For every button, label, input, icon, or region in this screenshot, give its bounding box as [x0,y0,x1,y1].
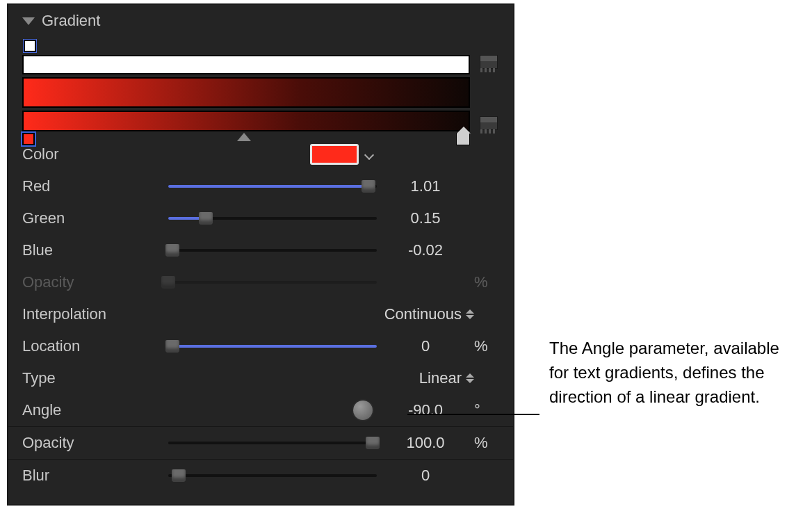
disclosure-triangle-icon[interactable] [22,17,35,25]
param-red: Red 1.01 [22,170,499,202]
label-interpolation: Interpolation [22,305,168,323]
chevron-down-icon[interactable] [364,150,374,159]
value-type[interactable]: Linear [419,369,462,387]
color-stop-end[interactable] [456,133,470,145]
color-stops-track[interactable] [22,111,470,131]
param-angle: Angle -90.0° [22,394,499,426]
value-red[interactable]: 1.01 [377,177,474,195]
param-opacity-stop: Opacity % [22,266,499,298]
label-red: Red [22,177,168,195]
slider-location[interactable] [168,339,377,354]
gradient-inspector-panel: Gradient Color Red [7,3,514,506]
label-opacity-stop: Opacity [22,273,168,291]
slider-green[interactable] [168,211,377,226]
angle-dial[interactable] [353,401,373,420]
slider-blur[interactable] [168,468,377,483]
param-location: Location 0% [22,330,499,362]
value-blue[interactable]: -0.02 [377,241,474,259]
color-gradient-bar[interactable] [22,77,470,108]
callout-line [407,414,539,415]
gradient-editor [8,40,513,131]
color-stop-start[interactable] [22,133,35,145]
color-spread-icon[interactable] [480,116,498,130]
value-interpolation[interactable]: Continuous [384,305,462,323]
callout-text: The Angle parameter, available for text … [549,337,799,409]
param-opacity: Opacity 100.0% [22,427,499,459]
param-interpolation: Interpolation Continuous [22,298,499,330]
slider-blue[interactable] [168,243,377,258]
param-type: Type Linear [22,362,499,394]
label-color: Color [22,145,168,163]
stepper-interpolation-icon[interactable] [466,309,474,319]
param-blur: Blur 0 [22,460,499,492]
param-color: Color [22,138,499,170]
param-blue: Blue -0.02 [22,234,499,266]
opacity-gradient-bar[interactable] [22,55,470,74]
color-well[interactable] [310,144,359,165]
slider-opacity-stop [168,275,377,290]
label-green: Green [22,209,168,227]
slider-opacity[interactable] [168,435,377,451]
section-title: Gradient [42,12,100,30]
value-opacity[interactable]: 100.0 [377,434,474,452]
slider-red[interactable] [168,179,377,194]
value-green[interactable]: 0.15 [377,209,474,227]
value-angle[interactable]: -90.0 [377,401,474,419]
section-header[interactable]: Gradient [8,5,513,40]
label-blue: Blue [22,241,168,259]
stepper-type-icon[interactable] [466,373,474,383]
value-location[interactable]: 0 [377,337,474,355]
label-type: Type [22,369,168,387]
opacity-stop-handle[interactable] [24,40,36,52]
label-location: Location [22,337,168,355]
param-green: Green 0.15 [22,202,499,234]
midpoint-handle-icon[interactable] [237,133,251,141]
label-opacity: Opacity [22,434,168,452]
label-blur: Blur [22,467,168,485]
value-blur[interactable]: 0 [377,467,474,485]
opacity-spread-icon[interactable] [480,55,498,69]
label-angle: Angle [22,401,168,419]
